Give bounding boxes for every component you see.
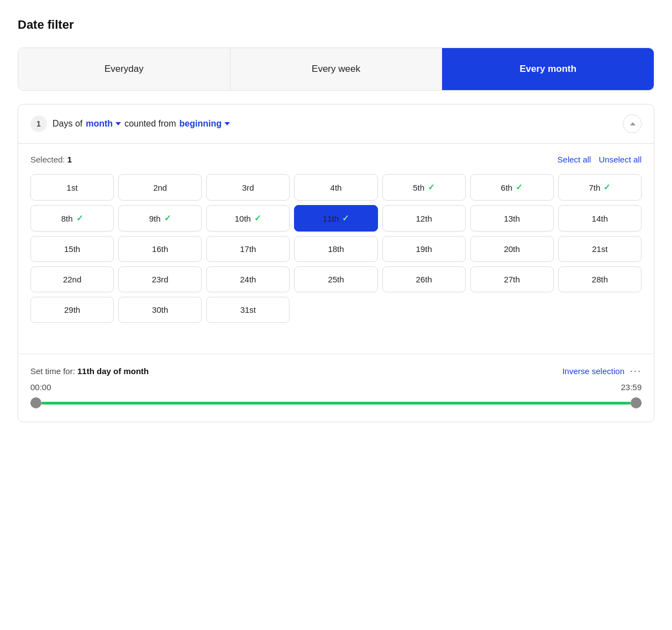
day-button-13th[interactable]: 13th	[470, 205, 554, 232]
selected-row: Selected: 1 Select all Unselect all	[30, 155, 642, 164]
day-label: 24th	[240, 275, 256, 284]
day-button-23rd[interactable]: 23rd	[118, 266, 202, 292]
day-button-9th[interactable]: 9th✓	[118, 205, 202, 232]
beginning-chevron-icon	[224, 122, 230, 125]
day-button-19th[interactable]: 19th	[382, 236, 466, 262]
day-label: 28th	[592, 275, 608, 284]
inverse-selection-button[interactable]: Inverse selection	[562, 366, 624, 376]
day-label: 17th	[240, 244, 256, 254]
day-button-3rd[interactable]: 3rd	[206, 174, 290, 201]
check-icon: ✓	[428, 182, 435, 192]
time-range-row: 00:00 23:59	[30, 382, 642, 392]
check-icon: ✓	[342, 213, 349, 223]
day-label: 12th	[416, 214, 432, 223]
day-button-25th[interactable]: 25th	[294, 266, 377, 292]
day-label: 7th	[589, 183, 600, 192]
day-button-2nd[interactable]: 2nd	[118, 174, 202, 201]
day-label: 11th	[323, 214, 339, 223]
check-icon: ✓	[516, 182, 523, 192]
panel-footer: Set time for: 11th day of month Inverse …	[18, 354, 654, 422]
time-slider[interactable]	[30, 397, 642, 408]
day-label: 30th	[152, 305, 168, 314]
day-label: 15th	[64, 244, 80, 254]
collapse-button[interactable]	[623, 114, 642, 133]
day-button-4th[interactable]: 4th	[294, 174, 377, 201]
selected-label: Selected: 1	[30, 155, 72, 164]
day-label: 5th	[413, 183, 424, 192]
panel-header-text: Days of month counted from beginning	[53, 119, 617, 129]
day-button-7th[interactable]: 7th✓	[558, 174, 642, 201]
day-button-10th[interactable]: 10th✓	[206, 205, 290, 232]
more-button[interactable]: ···	[630, 365, 642, 377]
day-label: 20th	[504, 244, 520, 254]
time-start-label: 00:00	[30, 382, 51, 392]
main-panel: 1 Days of month counted from beginning S…	[18, 104, 654, 422]
day-label: 18th	[328, 244, 344, 254]
day-label: 9th	[149, 214, 161, 223]
day-button-28th[interactable]: 28th	[558, 266, 642, 292]
check-icon: ✓	[254, 213, 261, 223]
day-button-29th[interactable]: 29th	[30, 297, 114, 323]
counted-from-label: counted from	[124, 119, 176, 129]
check-icon: ✓	[76, 213, 83, 223]
day-button-30th[interactable]: 30th	[118, 297, 202, 323]
day-button-14th[interactable]: 14th	[558, 205, 642, 232]
day-button-18th[interactable]: 18th	[294, 236, 377, 262]
check-icon: ✓	[603, 182, 611, 192]
panel-header: 1 Days of month counted from beginning	[18, 104, 654, 144]
day-button-16th[interactable]: 16th	[118, 236, 202, 262]
day-button-26th[interactable]: 26th	[382, 266, 466, 292]
footer-actions: Inverse selection ···	[562, 365, 642, 377]
day-label: 27th	[504, 275, 520, 284]
tab-every-week[interactable]: Every week	[230, 48, 443, 90]
day-label: 2nd	[153, 183, 167, 192]
day-label: 16th	[152, 244, 168, 254]
day-label: 10th	[235, 214, 251, 223]
day-button-22nd[interactable]: 22nd	[30, 266, 114, 292]
day-button-8th[interactable]: 8th✓	[30, 205, 114, 232]
day-button-27th[interactable]: 27th	[470, 266, 554, 292]
day-button-21st[interactable]: 21st	[558, 236, 642, 262]
slider-fill	[41, 402, 631, 405]
slider-thumb-right[interactable]	[631, 397, 642, 408]
action-links: Select all Unselect all	[558, 155, 642, 164]
day-label: 31st	[240, 305, 256, 314]
month-dropdown[interactable]: month	[86, 119, 121, 129]
set-time-row: Set time for: 11th day of month Inverse …	[30, 365, 642, 377]
day-label: 21st	[592, 244, 607, 254]
panel-badge: 1	[30, 116, 47, 132]
day-label: 19th	[416, 244, 432, 254]
panel-body: Selected: 1 Select all Unselect all 1st2…	[18, 144, 654, 354]
set-time-label: Set time for: 11th day of month	[30, 366, 149, 376]
collapse-chevron-icon	[630, 122, 636, 125]
day-label: 3rd	[242, 183, 254, 192]
check-icon: ✓	[164, 213, 171, 223]
beginning-dropdown[interactable]: beginning	[180, 119, 230, 129]
day-button-15th[interactable]: 15th	[30, 236, 114, 262]
day-label: 8th	[61, 214, 73, 223]
day-button-1st[interactable]: 1st	[30, 174, 114, 201]
day-label: 23rd	[152, 275, 169, 284]
day-button-24th[interactable]: 24th	[206, 266, 290, 292]
days-of-label: Days of	[53, 119, 82, 129]
day-label: 29th	[64, 305, 80, 314]
tab-everyday[interactable]: Everyday	[18, 48, 230, 90]
time-end-label: 23:59	[621, 382, 642, 392]
day-label: 1st	[67, 183, 78, 192]
select-all-button[interactable]: Select all	[558, 155, 591, 164]
tab-every-month[interactable]: Every month	[442, 48, 654, 90]
unselect-all-button[interactable]: Unselect all	[599, 155, 642, 164]
day-label: 13th	[504, 214, 520, 223]
tab-bar: Everyday Every week Every month	[18, 48, 654, 91]
day-button-31st[interactable]: 31st	[206, 297, 290, 323]
day-button-17th[interactable]: 17th	[206, 236, 290, 262]
day-button-20th[interactable]: 20th	[470, 236, 554, 262]
slider-thumb-left[interactable]	[30, 397, 41, 408]
day-button-12th[interactable]: 12th	[382, 205, 466, 232]
day-label: 25th	[328, 275, 344, 284]
day-label: 6th	[501, 183, 512, 192]
day-button-5th[interactable]: 5th✓	[382, 174, 466, 201]
day-label: 4th	[330, 183, 342, 192]
day-button-6th[interactable]: 6th✓	[470, 174, 554, 201]
day-button-11th[interactable]: 11th✓	[294, 205, 377, 232]
